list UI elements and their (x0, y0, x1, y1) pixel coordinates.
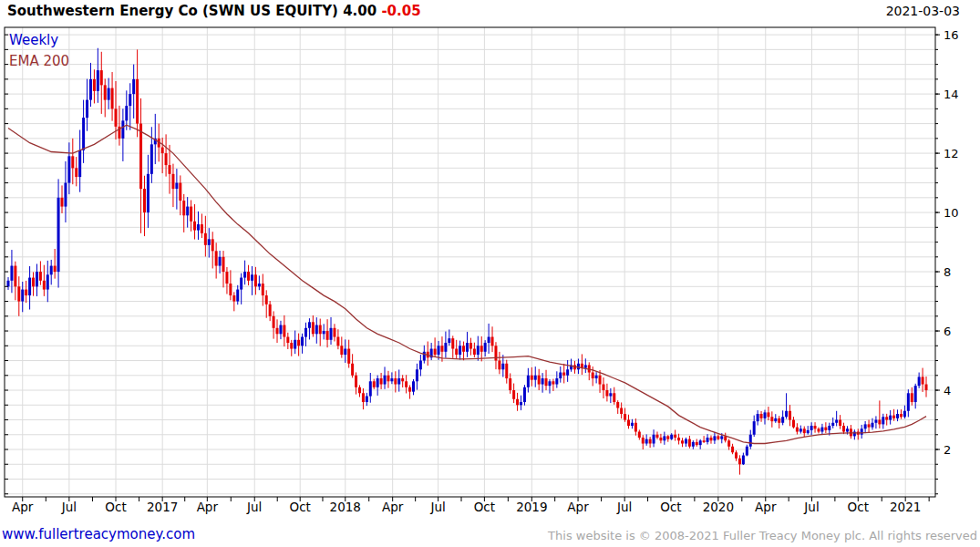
svg-text:Oct: Oct (848, 500, 869, 514)
legend-weekly-label: Weekly (9, 30, 69, 51)
svg-text:10: 10 (944, 206, 959, 220)
chart-canvas: 161412108642AprJulOct2017AprJulOct2018Ap… (0, 0, 980, 547)
site-link[interactable]: www.fullertreacymoney.com (2, 526, 195, 542)
svg-text:Oct: Oct (474, 500, 495, 514)
svg-text:2018: 2018 (330, 500, 361, 514)
legend-ema-label: EMA 200 (9, 51, 69, 72)
svg-text:2021: 2021 (890, 500, 921, 514)
chart-title: Southwestern Energy Co (SWN US EQUITY) (7, 3, 338, 19)
chart-legend: Weekly EMA 200 (9, 30, 69, 72)
svg-text:8: 8 (944, 265, 951, 279)
svg-text:Oct: Oct (660, 500, 681, 514)
svg-text:2020: 2020 (703, 500, 734, 514)
svg-text:6: 6 (944, 325, 951, 338)
svg-text:4: 4 (944, 384, 951, 397)
svg-text:12: 12 (944, 147, 959, 160)
svg-text:Oct: Oct (105, 500, 126, 514)
svg-text:Jul: Jul (616, 500, 632, 514)
last-price: 4.00 (343, 3, 377, 19)
price-change: -0.05 (381, 3, 420, 19)
svg-text:Apr: Apr (382, 500, 404, 514)
svg-text:Apr: Apr (567, 500, 589, 514)
title-bar: Southwestern Energy Co (SWN US EQUITY) 4… (7, 3, 973, 19)
svg-text:Oct: Oct (290, 500, 311, 514)
svg-text:Jul: Jul (246, 500, 262, 514)
svg-text:Apr: Apr (197, 500, 219, 514)
svg-text:2: 2 (944, 443, 951, 457)
svg-text:Jul: Jul (429, 500, 445, 514)
svg-text:2017: 2017 (147, 500, 178, 514)
svg-text:14: 14 (944, 88, 959, 101)
svg-text:2019: 2019 (516, 500, 547, 514)
svg-text:Apr: Apr (12, 500, 34, 514)
svg-text:Apr: Apr (755, 500, 777, 514)
copyright-text: This website is © 2008-2021 Fuller Treac… (548, 529, 977, 542)
svg-text:16: 16 (944, 28, 959, 42)
as-of-date: 2021-03-03 (886, 4, 960, 18)
svg-text:Jul: Jul (61, 500, 77, 514)
svg-text:Jul: Jul (803, 500, 819, 514)
